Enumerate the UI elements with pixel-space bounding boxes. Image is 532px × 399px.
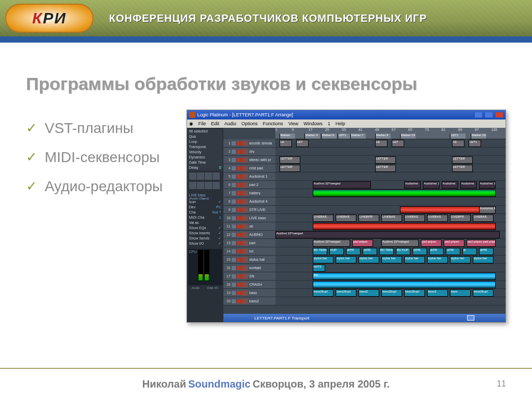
- audio-region[interactable]: drPR: [446, 248, 460, 255]
- audio-region[interactable]: AudInst 10*merged: [275, 231, 500, 238]
- audio-region[interactable]: drPR: [363, 248, 377, 255]
- audio-region[interactable]: LET: [392, 140, 404, 147]
- audio-region[interactable]: LETTER: [452, 156, 473, 164]
- tool-button[interactable]: [205, 182, 212, 189]
- audio-region[interactable]: stylus hat: [358, 256, 379, 263]
- audio-region[interactable]: stylus hat: [313, 256, 334, 263]
- audio-region[interactable]: stylus hat: [404, 256, 425, 263]
- tool-button[interactable]: [189, 172, 196, 180]
- tool-button[interactable]: [212, 172, 220, 180]
- audio-region[interactable]: bass2kupl: [404, 289, 425, 297]
- track-header[interactable]: 5AudioInst 1: [223, 172, 275, 180]
- object-prop-row[interactable]: Val as: [189, 221, 221, 226]
- track-lane[interactable]: AudioInst 4: [275, 206, 506, 214]
- audio-region[interactable]: AudioInst 1: [479, 181, 496, 189]
- audio-region[interactable]: LETTER: [280, 165, 300, 172]
- region-param[interactable]: Loop: [188, 139, 222, 144]
- close-button[interactable]: [495, 112, 503, 118]
- track-header[interactable]: 20bass2: [223, 297, 275, 305]
- arrange-marker[interactable]: Marker 4: [304, 134, 320, 139]
- menu-view[interactable]: View: [288, 121, 298, 126]
- audio-region[interactable]: LET1: [469, 140, 481, 147]
- audio-region[interactable]: pad pripev: [352, 240, 373, 247]
- track-lane[interactable]: AudInst 10*merged: [275, 231, 506, 238]
- audio-region[interactable]: LIVEBAS: [336, 215, 356, 222]
- object-prop-row[interactable]: ChaInst 7: [189, 210, 221, 216]
- track-lane[interactable]: AudInst 10*mergedAudioInstAudioInst 1Aud…: [275, 181, 506, 189]
- audio-region[interactable]: LET: [296, 140, 309, 147]
- bar-ruler[interactable]: 191725334149576573818997105113 MarkerMar…: [275, 128, 506, 139]
- track-header[interactable]: 9STR LIVE: [223, 206, 275, 214]
- track-header[interactable]: 18CRASH: [223, 281, 275, 288]
- audio-region[interactable]: stylus hat: [427, 256, 448, 263]
- menu-edit[interactable]: Edit: [211, 121, 219, 126]
- arrange-marker[interactable]: Marker 14: [400, 134, 416, 139]
- track-header[interactable]: 12ALBINO: [223, 231, 275, 238]
- track-header[interactable]: 15stylus hat: [223, 256, 275, 263]
- audio-region[interactable]: LIVEBAS: [473, 215, 494, 222]
- audio-region[interactable]: AudioInst: [460, 181, 477, 189]
- audio-region[interactable]: AudInst 10*merged: [381, 240, 419, 247]
- audio-region[interactable]: bass2: [427, 289, 448, 297]
- audio-region[interactable]: [313, 223, 496, 230]
- app-menu-icon[interactable]: ◉: [189, 121, 193, 126]
- track-lane[interactable]: [275, 197, 506, 205]
- audio-region[interactable]: [313, 190, 496, 197]
- track-lane[interactable]: HAT2: [275, 264, 506, 272]
- object-prop-row[interactable]: Icon✓: [189, 200, 221, 205]
- audio-region[interactable]: stylus hat: [450, 256, 471, 263]
- tool-button[interactable]: [205, 172, 212, 180]
- audio-region[interactable]: LIVEBPR: [358, 215, 379, 222]
- arrange-marker[interactable]: Marker 9: [375, 134, 391, 139]
- audio-region[interactable]: AudInst 10*merged: [313, 181, 371, 189]
- audio-region[interactable]: AudioInst: [404, 181, 421, 189]
- arrange-marker[interactable]: Marker: [280, 134, 295, 139]
- audio-region[interactable]: LETTER: [452, 165, 473, 172]
- track-header[interactable]: 7battery: [223, 189, 275, 197]
- audio-region[interactable]: pad pripev pad pripev: [467, 240, 496, 247]
- track-lane[interactable]: LIVEBASLIVEBASLIVEBPRLIVEBASLIVEBASLIVEB…: [275, 214, 506, 222]
- tool-button[interactable]: [189, 182, 196, 189]
- menu-1[interactable]: 1: [328, 121, 330, 126]
- audio-region[interactable]: LE: [280, 140, 292, 147]
- object-prop-row[interactable]: Show I/O✓: [189, 242, 221, 247]
- track-header[interactable]: 3stereo with pr: [223, 156, 275, 164]
- object-prop-row[interactable]: Show EQs✓: [189, 226, 221, 231]
- track-header[interactable]: 16kontakt: [223, 264, 275, 272]
- arrange-marker[interactable]: Marker 6: [321, 134, 337, 139]
- menu-windows[interactable]: Windows: [303, 121, 323, 126]
- object-prop-row[interactable]: Show Inserts✓: [189, 231, 221, 236]
- arrange-marker[interactable]: Marker 16: [471, 134, 486, 139]
- audio-region[interactable]: bass2kupl: [473, 289, 494, 297]
- object-prop-row[interactable]: DevPC: [189, 205, 221, 210]
- track-lane[interactable]: SN: [275, 272, 506, 280]
- track-lane[interactable]: [275, 297, 506, 305]
- track-lane[interactable]: BD TEMnKUPdrPRdrPRBD TEMnBD KUPdrPRdrPRd…: [275, 247, 506, 255]
- audio-region[interactable]: [313, 281, 496, 288]
- track-header[interactable]: 13pad: [223, 239, 275, 247]
- track-lane[interactable]: [275, 222, 506, 230]
- audio-region[interactable]: drPR: [413, 248, 427, 255]
- object-prop-row[interactable]: Show Sends✓: [189, 236, 221, 242]
- audio-region[interactable]: dr: [462, 248, 477, 255]
- region-param[interactable]: Gate Time: [188, 160, 222, 165]
- region-param[interactable]: Qua: [188, 134, 222, 139]
- audio-region[interactable]: LIVEBAS: [427, 215, 448, 222]
- menu-options[interactable]: Options: [242, 121, 258, 126]
- track-header[interactable]: 1acostic simula: [223, 139, 275, 147]
- audio-region[interactable]: drPR: [429, 248, 444, 255]
- track-lane[interactable]: [275, 148, 506, 155]
- track-header[interactable]: 8AudioInst 4: [223, 197, 275, 205]
- audio-region[interactable]: bass2kupl: [381, 289, 402, 297]
- audio-region[interactable]: AudioInst 4: [479, 206, 496, 214]
- tool-button[interactable]: [212, 182, 220, 189]
- audio-region[interactable]: LIVEBAS: [313, 215, 334, 222]
- audio-region[interactable]: stylus hat: [473, 256, 494, 263]
- tool-button[interactable]: [197, 172, 204, 180]
- region-param[interactable]: Velocity: [188, 150, 222, 155]
- menu-help[interactable]: Help: [336, 121, 345, 126]
- tool-button[interactable]: [197, 182, 204, 189]
- audio-region[interactable]: stylus hat: [381, 256, 402, 263]
- track-header[interactable]: 2dry: [223, 148, 275, 155]
- transport-close-button[interactable]: [467, 315, 474, 321]
